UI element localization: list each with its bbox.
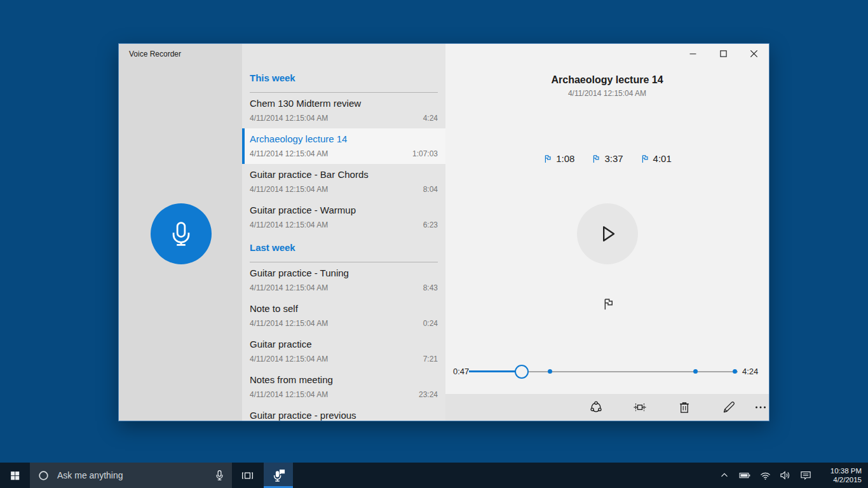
recording-subline: 4/11/2014 12:15:04 AM 6:23 xyxy=(250,220,438,229)
play-icon xyxy=(595,221,620,247)
trim-button[interactable] xyxy=(627,395,653,420)
seek-track[interactable] xyxy=(469,362,738,382)
marker-dot[interactable] xyxy=(733,369,737,374)
recording-title: Guitar practice xyxy=(250,338,438,351)
marker-chip[interactable]: 3:37 xyxy=(591,153,623,164)
more-button[interactable] xyxy=(748,395,770,420)
add-marker-button[interactable] xyxy=(595,290,621,317)
recording-subline: 4/11/2014 12:15:04 AM 23:24 xyxy=(250,390,438,399)
minimize-button[interactable] xyxy=(677,44,708,64)
recording-list-item[interactable]: Guitar practice - Bar Chords 4/11/2014 1… xyxy=(242,164,445,200)
recording-date: 4/11/2014 12:15:04 AM xyxy=(250,355,328,363)
flag-icon xyxy=(640,154,650,164)
marker-time: 4:01 xyxy=(653,153,672,164)
play-button[interactable] xyxy=(577,203,638,264)
recording-date: 4/11/2014 12:15:04 AM xyxy=(250,185,328,194)
network-button[interactable] xyxy=(755,463,775,488)
minimize-icon xyxy=(688,48,698,59)
action-center-button[interactable] xyxy=(796,463,816,488)
recording-date: 4/11/2014 12:15:04 AM xyxy=(250,319,328,328)
recording-list-item[interactable]: Note to self 4/11/2014 12:15:04 AM 0:24 xyxy=(242,298,445,334)
mic-icon[interactable] xyxy=(214,470,226,482)
battery-button[interactable] xyxy=(735,463,755,488)
recording-duration: 8:04 xyxy=(423,185,438,194)
total-time-label: 4:24 xyxy=(742,367,758,376)
recording-list-item[interactable]: Guitar practice - Warmup 4/11/2014 12:15… xyxy=(242,200,445,235)
bottom-toolbar xyxy=(445,394,769,421)
recording-duration: 7:21 xyxy=(423,355,438,363)
recording-date: 4/11/2014 12:15:04 AM xyxy=(250,220,328,229)
marker-dot[interactable] xyxy=(693,369,698,374)
flag-icon xyxy=(591,154,601,164)
clock[interactable]: 10:38 PM 4/2/2015 xyxy=(818,466,862,484)
recording-list-item[interactable]: Chem 130 Midterm review 4/11/2014 12:15:… xyxy=(242,93,445,128)
task-view-button[interactable] xyxy=(232,463,262,488)
close-icon xyxy=(748,48,760,60)
share-button[interactable] xyxy=(583,395,609,420)
recordings-list: This week Chem 130 Midterm review 4/11/2… xyxy=(242,44,445,421)
recording-date: 4/11/2014 12:15:04 AM xyxy=(250,114,328,123)
marker-chip[interactable]: 4:01 xyxy=(640,153,672,164)
section-header: Last week xyxy=(250,241,438,254)
recording-duration: 1:07:03 xyxy=(412,149,438,158)
seek-track-fill xyxy=(469,370,522,372)
delete-button[interactable] xyxy=(672,395,697,420)
wifi-icon xyxy=(759,470,771,482)
voice-recorder-taskbar-button[interactable] xyxy=(264,463,293,488)
more-icon xyxy=(753,400,768,415)
current-time-label: 0:47 xyxy=(453,367,469,376)
rename-icon xyxy=(721,400,736,415)
recording-duration: 4:24 xyxy=(423,114,438,123)
recording-duration: 0:24 xyxy=(423,319,438,328)
marker-chip[interactable]: 1:08 xyxy=(543,153,574,164)
search-placeholder: Ask me anything xyxy=(57,470,214,480)
show-hidden-icons-button[interactable] xyxy=(714,463,735,488)
section-header-label: Last week xyxy=(250,241,438,254)
recording-list-item[interactable]: Guitar practice 4/11/2014 12:15:04 AM 7:… xyxy=(242,334,445,369)
maximize-button[interactable] xyxy=(708,44,738,64)
recording-subline: 4/11/2014 12:15:04 AM 1:07:03 xyxy=(250,149,438,158)
microphone-icon xyxy=(167,220,195,248)
marker-time: 3:37 xyxy=(604,153,623,164)
recording-date: 4/11/2014 12:15:04 AM xyxy=(250,149,328,158)
maximize-icon xyxy=(718,48,729,59)
chevron-up-icon xyxy=(719,470,730,481)
marker-dot[interactable] xyxy=(548,369,552,374)
delete-icon xyxy=(677,400,692,415)
recording-subline: 4/11/2014 12:15:04 AM 4:24 xyxy=(250,114,438,123)
playback-panel: Archaeology lecture 14 4/11/2014 12:15:0… xyxy=(445,44,769,421)
recording-list-item[interactable]: Archaeology lecture 14 4/11/2014 12:15:0… xyxy=(242,128,445,164)
flag-icon xyxy=(543,154,553,164)
record-button[interactable] xyxy=(151,203,212,264)
recording-date: 4/11/2014 12:15:04 AM xyxy=(250,390,328,399)
desktop: Voice Recorder This week Chem 130 Midter… xyxy=(0,0,868,488)
battery-icon xyxy=(738,469,751,482)
trim-icon xyxy=(632,400,648,415)
window-controls xyxy=(677,44,769,64)
rename-button[interactable] xyxy=(716,395,742,420)
section-header: This week xyxy=(250,72,438,85)
search-box[interactable]: Ask me anything xyxy=(30,463,232,488)
player-date: 4/11/2014 12:15:04 AM xyxy=(445,89,769,98)
recording-subline: 4/11/2014 12:15:04 AM 8:04 xyxy=(250,185,438,194)
recording-title: Archaeology lecture 14 xyxy=(250,133,438,146)
start-icon xyxy=(10,470,20,481)
volume-icon xyxy=(779,469,792,482)
player-title: Archaeology lecture 14 xyxy=(445,74,769,86)
volume-button[interactable] xyxy=(775,463,796,488)
recording-list-item[interactable]: Guitar practice - previous xyxy=(242,405,445,421)
recording-subline: 4/11/2014 12:15:04 AM 8:43 xyxy=(250,283,438,292)
voice-recorder-window: Voice Recorder This week Chem 130 Midter… xyxy=(118,43,770,421)
recording-date: 4/11/2014 12:15:04 AM xyxy=(250,283,328,292)
share-icon xyxy=(588,400,604,415)
start-button[interactable] xyxy=(0,463,30,488)
recording-duration: 6:23 xyxy=(423,220,438,229)
recording-list-item[interactable]: Notes from meeting 4/11/2014 12:15:04 AM… xyxy=(242,369,445,405)
app-title: Voice Recorder xyxy=(129,50,181,58)
seek-thumb[interactable] xyxy=(515,365,529,379)
recording-list-item[interactable]: Guitar practice - Tuning 4/11/2014 12:15… xyxy=(242,262,445,298)
task-view-icon xyxy=(241,469,254,482)
close-button[interactable] xyxy=(738,44,769,64)
sidebar: Voice Recorder xyxy=(119,44,242,421)
section-header-label: This week xyxy=(250,72,438,85)
